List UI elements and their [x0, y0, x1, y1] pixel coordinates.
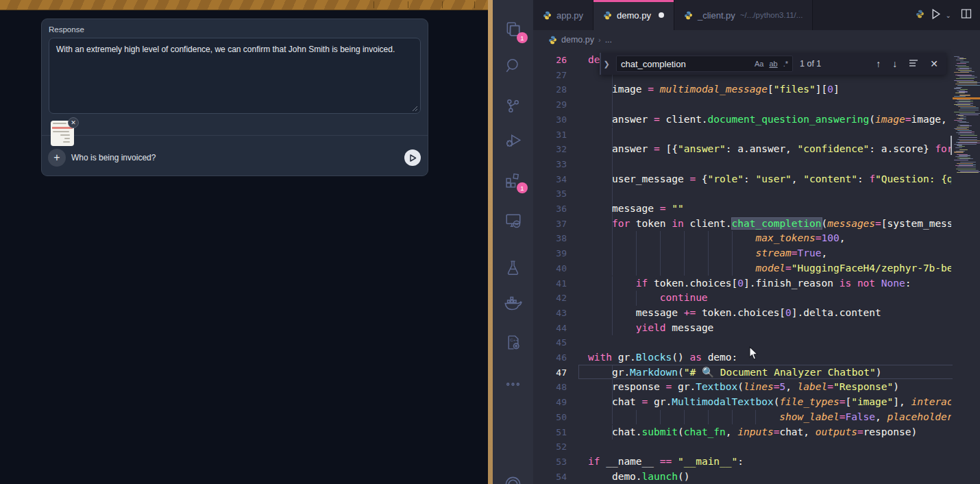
breadcrumb-file[interactable]: demo.py [561, 35, 594, 45]
toggle-replace-chevron-icon[interactable]: ❯ [600, 53, 612, 75]
find-query[interactable]: chat_completion [621, 59, 749, 69]
code-line: chat.submit(chat_fn, inputs=chat, output… [588, 425, 917, 440]
find-match-count: 1 of 1 [800, 59, 821, 69]
activitybar-more-icon[interactable] [493, 369, 533, 399]
mouse-cursor [749, 346, 759, 361]
tab-demo.py[interactable]: demo.py [593, 0, 674, 30]
minimap-find-marker [953, 97, 980, 99]
attach-file-button[interactable]: + [48, 149, 66, 167]
find-in-selection-icon[interactable] [909, 58, 918, 69]
vscode-window: 11C++ app.py demo.py _client.py~/.../pyt… [493, 0, 980, 484]
regex-icon[interactable]: .* [783, 60, 788, 68]
activitybar-testing-icon[interactable] [493, 252, 533, 282]
resize-handle-icon[interactable] [411, 105, 418, 112]
activitybar-extensions-icon[interactable]: 1 [493, 165, 533, 195]
code-line: message += token.choices[0].delta.conten… [588, 306, 881, 321]
send-button[interactable] [404, 149, 421, 166]
tab-_client.py[interactable]: _client.py~/.../python3.11/... [674, 0, 813, 30]
activitybar-cmake-tools-icon[interactable]: C++ [493, 327, 533, 357]
activitybar-account-icon[interactable] [493, 469, 533, 484]
tab-bar: app.py demo.py _client.py~/.../python3.1… [533, 0, 980, 30]
find-widget: ❯ chat_completion Aa ab .* 1 of 1 ↑ ↓ [600, 53, 946, 75]
code-line: chat = gr.MultimodalTextbox(file_types=[… [588, 395, 951, 410]
gradio-form-panel: Response With an extremely high level of… [41, 19, 428, 176]
code-line: if __name__ == "__main__": [588, 455, 744, 470]
code-line: demo.launch() [588, 470, 689, 484]
code-line: for token in client.chat_completion(mess… [588, 217, 951, 232]
send-icon [409, 154, 417, 162]
code-line: response = gr.Textbox(lines=5, label="Re… [588, 380, 899, 395]
find-input[interactable]: chat_completion Aa ab .* [616, 56, 793, 72]
activitybar-docker-icon[interactable] [493, 288, 533, 318]
whole-word-icon[interactable]: ab [769, 60, 777, 68]
python-file-icon [543, 11, 552, 20]
chat-input-text[interactable]: Who is being invoiced? [71, 153, 156, 162]
code-line: with gr.Blocks() as demo: [588, 350, 737, 365]
code-line: message = "" [588, 202, 684, 217]
breadcrumb-separator: › [598, 36, 601, 44]
breadcrumb-more[interactable]: ... [605, 35, 612, 45]
breadcrumb[interactable]: demo.py › ... [533, 30, 980, 49]
response-textbox[interactable]: With an extremely high level of confiden… [49, 38, 421, 114]
run-file-icon[interactable] [930, 8, 942, 23]
tab-label: _client.py [698, 10, 735, 21]
tab-app.py[interactable]: app.py [533, 0, 593, 30]
split-editor-icon[interactable] [961, 8, 972, 22]
find-previous-icon[interactable]: ↑ [876, 58, 881, 69]
activitybar-explorer-badge: 1 [517, 32, 528, 43]
code-line: show_label=False, placeholder= [588, 410, 951, 425]
activitybar-run-debug-icon[interactable] [493, 126, 533, 156]
tab-label: app.py [556, 10, 583, 21]
code-area: def chat_fn(multimodal_message): image =… [533, 49, 951, 484]
activitybar-extensions-badge: 1 [517, 182, 528, 193]
gradio-app-window: Response With an extremely high level of… [0, 0, 488, 484]
code-line: answer = [{"answer": a.answer, "confiden… [588, 142, 951, 157]
python-file-icon [548, 36, 557, 45]
modified-dot-icon[interactable] [659, 12, 664, 18]
code-line: user_message = {"role": "user", "content… [588, 172, 951, 187]
window-titlebar [0, 0, 488, 10]
svg-text:C++: C++ [510, 337, 518, 341]
response-label: Response [49, 25, 84, 34]
python-file-icon [916, 10, 924, 19]
code-line: yield message [588, 321, 713, 336]
response-text: With an extremely high level of confiden… [56, 45, 395, 54]
match-case-icon[interactable]: Aa [755, 60, 763, 68]
activitybar-source-control-icon[interactable] [493, 90, 533, 121]
activitybar-search-icon[interactable] [493, 51, 533, 81]
code-line: max_tokens=100, [588, 231, 845, 246]
code-line: if token.choices[0].finish_reason is not… [588, 276, 911, 291]
find-close-icon[interactable]: ✕ [930, 58, 938, 69]
find-next-icon[interactable]: ↓ [892, 58, 897, 69]
screen: Response With an extremely high level of… [0, 0, 980, 484]
code-line: model="HuggingFaceH4/zephyr-7b-beta" [588, 261, 951, 276]
activity-bar: 11C++ [493, 0, 533, 484]
python-file-icon [684, 11, 693, 20]
code-line: stream=True, [588, 246, 827, 261]
minimap[interactable] [953, 49, 980, 484]
python-file-icon [603, 11, 612, 20]
code-line: image = multimodal_message["files"][0] [588, 82, 840, 97]
attachment-close-button[interactable]: ✕ [68, 117, 79, 128]
tab-label: demo.py [617, 10, 651, 21]
code-line: gr.Markdown("# 🔍 Document Analyzer Chatb… [588, 365, 881, 380]
activitybar-remote-explorer-icon[interactable] [493, 206, 533, 236]
code-editor[interactable]: 2627282930313233343536373839404142434445… [533, 49, 980, 484]
python-logo-icon [916, 9, 924, 21]
window-side-border [488, 0, 493, 484]
code-line: answer = client.document_question_answer… [588, 112, 951, 128]
panel-divider [42, 135, 428, 136]
activitybar-explorer-icon[interactable]: 1 [493, 14, 533, 45]
run-dropdown-chevron-icon[interactable]: ⌄ [946, 12, 951, 19]
tab-description: ~/.../python3.11/... [740, 11, 803, 19]
code-line: continue [588, 291, 708, 306]
